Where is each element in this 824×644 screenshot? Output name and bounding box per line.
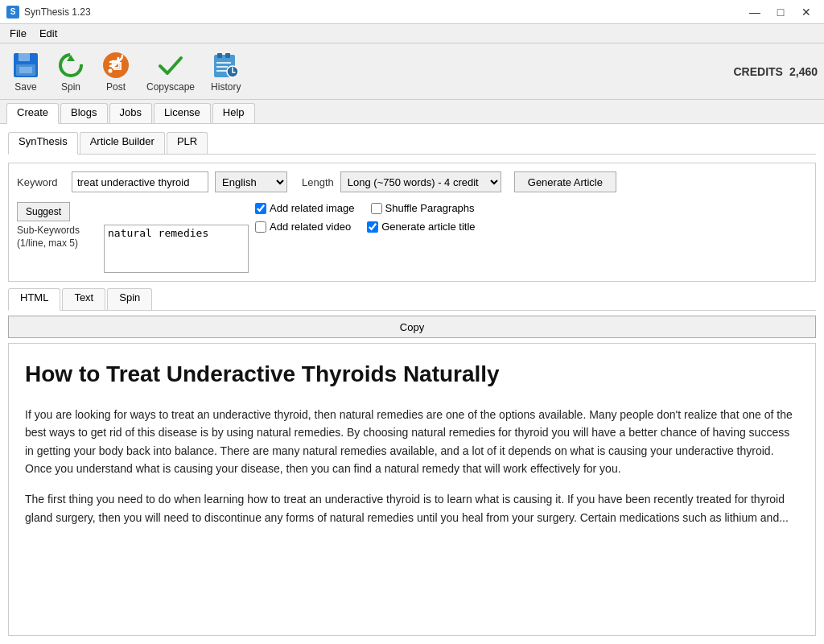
menu-edit[interactable]: Edit xyxy=(33,26,64,41)
sub-keywords-col: Suggest Sub-Keywords(1/line, max 5) natu… xyxy=(17,199,249,273)
svg-rect-1 xyxy=(19,53,30,61)
check-icon xyxy=(156,51,185,80)
save-label: Save xyxy=(14,81,36,93)
history-label: History xyxy=(211,81,241,93)
tab-license[interactable]: License xyxy=(154,103,211,123)
app-title: SynThesis 1.23 xyxy=(24,6,91,18)
spin-icon xyxy=(56,51,85,80)
tab-help[interactable]: Help xyxy=(212,103,255,123)
menu-file[interactable]: File xyxy=(3,26,33,41)
minimize-button[interactable]: — xyxy=(744,3,766,21)
svg-rect-10 xyxy=(217,53,222,58)
article-container: How to Treat Underactive Thyroids Natura… xyxy=(8,343,816,636)
generate-article-title-option[interactable]: Generate article title xyxy=(367,221,475,233)
sub-keywords-label: Sub-Keywords(1/line, max 5) xyxy=(17,225,97,250)
spin-button[interactable]: Spin xyxy=(52,47,90,96)
form-row-keyword: Keyword English Spanish French German Le… xyxy=(17,171,807,192)
keyword-input[interactable] xyxy=(72,171,208,192)
tab-jobs[interactable]: Jobs xyxy=(109,103,152,123)
length-select[interactable]: Short (~250 words) - 1 credit Medium (~5… xyxy=(340,171,501,192)
credits-value: 2,460 xyxy=(789,65,818,78)
content-area: SynThesis Article Builder PLR Keyword En… xyxy=(0,124,824,644)
svg-rect-3 xyxy=(19,67,32,73)
options-row-2: Add related video Generate article title xyxy=(255,221,476,233)
generate-article-title-checkbox[interactable] xyxy=(367,221,378,233)
credits-bar: CREDITS 2,460 xyxy=(734,65,818,78)
credits-label: CREDITS xyxy=(734,65,783,78)
article-paragraph-1: If you are looking for ways to treat an … xyxy=(25,406,799,478)
form-row2: Suggest Sub-Keywords(1/line, max 5) natu… xyxy=(17,199,807,273)
generate-article-button[interactable]: Generate Article xyxy=(514,171,616,192)
length-label: Length xyxy=(302,176,334,188)
rss-icon: ⧉ xyxy=(101,51,130,80)
article-paragraph-2: The first thing you need to do when lear… xyxy=(25,490,799,526)
output-tabs: HTML Text Spin xyxy=(8,288,816,311)
output-tab-spin[interactable]: Spin xyxy=(107,288,152,310)
subtab-plr[interactable]: PLR xyxy=(167,132,208,154)
sub-keywords-textarea[interactable]: natural remedies xyxy=(104,225,249,273)
subtab-synthesis[interactable]: SynThesis xyxy=(8,132,78,155)
article-title: How to Treat Underactive Thyroids Natura… xyxy=(25,357,799,393)
title-bar-left: S SynThesis 1.23 xyxy=(6,6,91,19)
add-related-video-label: Add related video xyxy=(270,221,351,233)
generate-article-title-label: Generate article title xyxy=(381,221,475,233)
output-tab-text[interactable]: Text xyxy=(62,288,105,310)
copyscape-label: Copyscape xyxy=(146,81,195,93)
history-button[interactable]: History xyxy=(206,47,245,96)
app-icon: S xyxy=(6,6,19,19)
article-content: How to Treat Underactive Thyroids Natura… xyxy=(9,344,815,635)
subtab-article-builder[interactable]: Article Builder xyxy=(80,132,165,154)
svg-rect-13 xyxy=(216,66,228,68)
sub-tabs: SynThesis Article Builder PLR xyxy=(8,132,816,155)
copy-button[interactable]: Copy xyxy=(8,316,816,338)
maximize-button[interactable]: □ xyxy=(769,3,792,21)
add-related-image-checkbox[interactable] xyxy=(255,203,266,214)
shuffle-paragraphs-checkbox[interactable] xyxy=(371,203,382,214)
spin-label: Spin xyxy=(61,81,80,93)
options-row-1: Add related image Shuffle Paragraphs xyxy=(255,202,476,214)
form-area: Keyword English Spanish French German Le… xyxy=(8,163,816,282)
add-related-image-label: Add related image xyxy=(270,202,355,214)
add-related-video-checkbox[interactable] xyxy=(255,221,266,233)
keyword-label: Keyword xyxy=(17,176,65,188)
shuffle-paragraphs-label: Shuffle Paragraphs xyxy=(385,202,475,214)
svg-point-8 xyxy=(109,68,113,72)
copyscape-button[interactable]: Copyscape xyxy=(142,47,200,96)
title-bar-controls: — □ ✕ xyxy=(744,3,818,21)
suggest-button[interactable]: Suggest xyxy=(17,202,70,221)
add-related-video-option[interactable]: Add related video xyxy=(255,221,351,233)
keyword-suggest-group: Suggest xyxy=(17,199,70,221)
title-bar: S SynThesis 1.23 — □ ✕ xyxy=(0,0,824,24)
history-icon xyxy=(212,51,241,80)
save-icon xyxy=(11,51,40,80)
main-tabs: Create Blogs Jobs License Help xyxy=(0,100,824,124)
svg-rect-11 xyxy=(225,53,230,58)
tab-blogs[interactable]: Blogs xyxy=(60,103,108,123)
language-select[interactable]: English Spanish French German xyxy=(215,171,287,192)
shuffle-paragraphs-option[interactable]: Shuffle Paragraphs xyxy=(371,202,475,214)
toolbar: Save Spin ⧉ Post Copysca xyxy=(0,43,824,100)
svg-rect-12 xyxy=(216,62,231,64)
save-button[interactable]: Save xyxy=(6,47,45,96)
post-button[interactable]: ⧉ Post xyxy=(97,47,135,96)
close-button[interactable]: ✕ xyxy=(795,3,818,21)
add-related-image-option[interactable]: Add related image xyxy=(255,202,355,214)
options-col: Add related image Shuffle Paragraphs Add… xyxy=(255,199,476,273)
tab-create[interactable]: Create xyxy=(6,103,59,124)
output-tab-html[interactable]: HTML xyxy=(8,288,60,311)
post-label: Post xyxy=(106,81,126,93)
menu-bar: File Edit xyxy=(0,24,824,43)
